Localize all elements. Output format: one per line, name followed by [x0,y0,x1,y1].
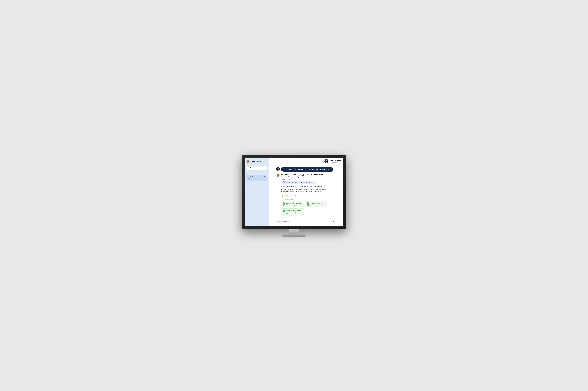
chat-header: Janice Thomas Sales Engineer [269,158,343,165]
recent-label: Recent [246,173,267,174]
bot-subheading: Here are the top highlights [281,176,336,178]
related-card-text-global: Summary of 52 energy audits from all sim… [286,202,302,206]
related-card-type-global: Global [283,205,285,206]
main-chat-area: Janice Thomas Sales Engineer [269,158,343,226]
dimension-user-label: User [312,182,315,183]
chat-input-area: ❯ [269,217,343,226]
message-input[interactable] [278,220,331,222]
logo-area: Sales Copilot [246,160,267,163]
new-chat-button[interactable]: + New Chat [246,166,267,170]
highlight-item-2: 2. Trident consumes 500,000 kWh annually… [281,188,336,190]
chat-input-wrap: ❯ [276,219,336,224]
sidebar: Sales Copilot + New Chat Recent Highligh… [245,158,269,226]
monitor-stand-base [282,234,306,237]
bot-greeting: Hi Janice , i found 20 energy audits for… [281,174,336,176]
user-role: Sales Engineer [330,161,341,163]
svg-point-5 [326,160,327,161]
related-card-icon-global: 🌍 [283,202,285,205]
sales-copilot-logo-icon [246,160,250,163]
user-name: Janice Thomas [330,159,341,161]
svg-point-14 [283,182,284,182]
dimension-tag: Summary from 20 energy audits in your gr… [281,181,316,184]
related-card-user[interactable]: 👤 User Summary of last 12 months energy … [281,208,304,216]
dimensions-label: Dimensions used [281,179,336,180]
highlight-item-3: 3. Machinery operates at 75%; upgrades c… [281,190,336,193]
related-cards: 🌍 Global Summary of 52 energy audits fro… [281,201,336,216]
thumbs-down-icon[interactable]: 👎 [286,194,289,197]
related-card-global[interactable]: 🌍 Global Summary of 52 energy audits fro… [281,201,304,207]
monitor-stand-neck [289,229,299,234]
chat-messages: Can you give me summaries of energy audi… [269,165,343,217]
send-button[interactable]: ❯ [332,220,334,222]
svg-point-13 [277,175,279,176]
related-card-icon-wrap-location: 📍 Location [306,202,310,206]
svg-point-8 [278,168,279,169]
related-card-icon-wrap-global: 🌍 Global [283,202,285,206]
copy-icon[interactable]: ⧉ [294,194,297,197]
related-card-icon-wrap-user: 👤 User [283,209,285,213]
screen: Sales Copilot + New Chat Recent Highligh… [245,158,343,226]
related-card-text-location: Summary of 22 energy audits from india [311,202,326,206]
app: Sales Copilot + New Chat Recent Highligh… [245,158,343,226]
recent-chat-item[interactable]: Highlights of trident industrial aud.. [246,175,267,181]
action-icons: 👍 👎 ✉ ⧉ [281,194,336,197]
related-dimensions-label: Related Dimensions [281,199,336,200]
dimension-tag-text: Summary from 20 energy audits in your gr… [286,182,311,183]
avatar [324,159,328,163]
dimension-tag-icon [283,181,285,184]
related-card-icon-user: 👤 [283,209,285,212]
user-message-bubble: Can you give me summaries of energy audi… [281,167,333,172]
new-chat-plus-icon: + [248,167,250,169]
svg-point-9 [277,169,279,171]
monitor-body: Sales Copilot + New Chat Recent Highligh… [242,155,346,229]
related-card-text-user: Summary of last 12 months energy audits … [286,209,302,215]
new-chat-label: New Chat [250,167,257,169]
svg-rect-15 [283,183,284,183]
related-card-type-location: Location [306,205,310,206]
related-card-location[interactable]: 📍 Location Summary of 22 energy audits f… [305,201,327,207]
user-info: Janice Thomas Sales Engineer [330,159,341,163]
user-message-row: Can you give me summaries of energy audi… [276,167,336,172]
thumbs-up-icon[interactable]: 👍 [281,194,284,197]
highlights-list: 1. Total saving potential of 12.5 lakhs … [281,186,336,193]
monitor: Sales Copilot + New Chat Recent Highligh… [242,155,346,237]
logo-text: Sales Copilot [251,161,262,163]
related-card-type-user: User [283,212,285,213]
svg-point-3 [248,161,249,162]
user-message-avatar [276,167,280,171]
bot-message-content: Hi Janice , i found 20 energy audits for… [281,174,336,216]
svg-point-6 [325,162,327,163]
share-icon[interactable]: ✉ [290,194,293,197]
bot-message-avatar [276,174,280,177]
highlight-item-1: 1. Total saving potential of 12.5 lakhs … [281,186,336,188]
bot-message-row: Hi Janice , i found 20 energy audits for… [276,174,336,216]
related-card-icon-location: 📍 [307,202,309,205]
